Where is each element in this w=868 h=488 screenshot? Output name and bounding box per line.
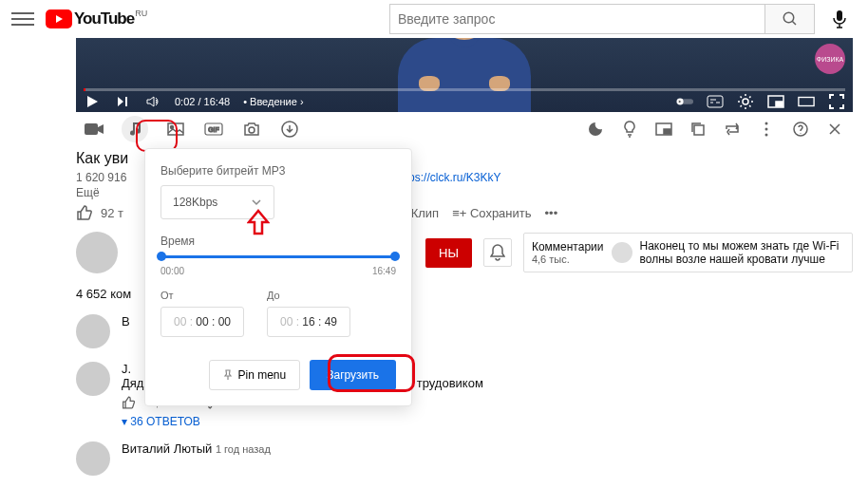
captions-icon[interactable]: [707, 93, 724, 110]
close-icon[interactable]: [824, 119, 845, 140]
bitrate-dropdown[interactable]: 128Kbps: [160, 185, 274, 219]
view-replies[interactable]: ▾ 36 ОТВЕТОВ: [122, 415, 853, 428]
like-icon[interactable]: [76, 205, 93, 220]
comments-header[interactable]: Комментарии: [532, 240, 604, 253]
slider-start: 00:00: [160, 266, 184, 276]
svg-rect-10: [85, 123, 98, 135]
comment-avatar[interactable]: [76, 362, 110, 396]
comment-avatar[interactable]: [76, 441, 110, 476]
play-icon[interactable]: [84, 93, 101, 110]
slider-end: 16:49: [372, 266, 396, 276]
search-button[interactable]: [765, 4, 815, 34]
from-label: От: [160, 290, 244, 301]
svg-rect-5: [708, 96, 723, 107]
more-actions-icon[interactable]: •••: [545, 206, 558, 220]
settings-icon[interactable]: [737, 93, 754, 110]
chevron-down-icon: [251, 198, 262, 206]
bitrate-label: Выберите битрейт MP3: [160, 164, 396, 178]
svg-point-6: [743, 99, 748, 104]
svg-text:GIF: GIF: [208, 126, 219, 133]
featured-avatar: [612, 242, 632, 263]
svg-line-1: [792, 21, 796, 25]
logo-region: RU: [135, 9, 147, 18]
svg-rect-8: [776, 102, 783, 106]
logo-text: YouTube: [74, 9, 134, 28]
fullscreen-icon[interactable]: [828, 93, 845, 110]
theater-icon[interactable]: [798, 93, 815, 110]
mp3-download-popup: Выберите битрейт MP3 128Kbps Время 00:00…: [144, 148, 412, 406]
copy-icon[interactable]: [688, 119, 708, 140]
voice-search-icon[interactable]: [822, 2, 857, 36]
svg-rect-2: [837, 10, 842, 21]
help-icon[interactable]: [790, 119, 811, 140]
svg-rect-9: [799, 98, 814, 106]
svg-rect-19: [694, 125, 704, 135]
svg-point-20: [765, 122, 768, 125]
bell-icon[interactable]: [483, 238, 512, 267]
subscribe-button[interactable]: НЫ: [425, 238, 472, 268]
hamburger-icon[interactable]: [11, 8, 34, 30]
bulb-icon[interactable]: [619, 119, 640, 140]
svg-rect-11: [168, 123, 183, 135]
autoplay-toggle[interactable]: [676, 93, 693, 110]
like-icon[interactable]: [122, 396, 136, 409]
comment-author[interactable]: Виталий Лютый: [122, 441, 212, 456]
video-player[interactable]: ФИЗИКА 0:02 / 16:48 • Введение ›: [76, 38, 853, 112]
volume-icon[interactable]: [144, 93, 161, 110]
to-label: До: [267, 290, 350, 301]
from-input[interactable]: 00 : 00 : 00: [160, 307, 244, 337]
download-button[interactable]: Загрузить: [310, 360, 396, 390]
channel-badge: ФИЗИКА: [815, 44, 845, 74]
pin-icon: [223, 369, 233, 381]
channel-avatar[interactable]: [76, 232, 118, 273]
loop-icon[interactable]: [722, 119, 743, 140]
time-display: 0:02 / 16:48: [175, 96, 230, 107]
more-vertical-icon[interactable]: [756, 119, 777, 140]
search-input[interactable]: [389, 4, 765, 34]
miniplayer-icon[interactable]: [767, 93, 784, 110]
chapter-label[interactable]: • Введение ›: [243, 96, 303, 107]
music-download-icon[interactable]: [122, 116, 148, 142]
svg-point-22: [765, 134, 768, 137]
comment-time: 1 год назад: [216, 443, 271, 455]
gif-icon[interactable]: GIF: [203, 119, 224, 140]
pin-menu-button[interactable]: Pin menu: [209, 360, 301, 390]
camera-icon[interactable]: [241, 119, 262, 140]
moon-icon[interactable]: [585, 119, 606, 140]
svg-point-15: [249, 127, 255, 133]
video-download-icon[interactable]: [84, 119, 104, 140]
image-icon[interactable]: [165, 119, 186, 140]
youtube-logo[interactable]: YouTube RU: [46, 9, 134, 28]
save-button[interactable]: ≡+ Сохранить: [452, 206, 531, 220]
next-icon[interactable]: [114, 93, 131, 110]
like-count: 92 т: [101, 206, 123, 220]
comments-count-small: 4,6 тыс.: [532, 253, 604, 265]
svg-point-12: [171, 126, 174, 129]
time-slider[interactable]: [160, 255, 396, 258]
to-input[interactable]: 00 : 16 : 49: [267, 307, 350, 337]
svg-point-0: [783, 12, 794, 23]
comment-avatar[interactable]: [76, 314, 110, 348]
view-count: 1 620 916: [76, 171, 126, 184]
download-icon[interactable]: [279, 119, 300, 140]
featured-comment: Наконец то мы можем знать где Wi-Fi волн…: [640, 239, 845, 266]
svg-rect-18: [664, 129, 670, 134]
svg-point-21: [765, 128, 768, 131]
pip-icon[interactable]: [653, 119, 674, 140]
time-range-label: Время: [160, 235, 396, 248]
